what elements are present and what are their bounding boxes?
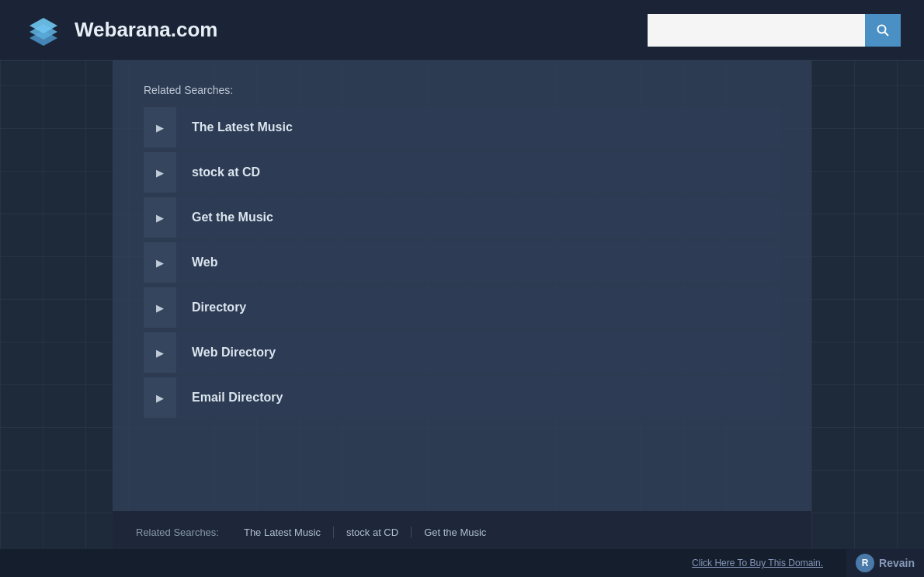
menu-arrow-latest-music [144, 107, 176, 148]
menu-label-latest-music: The Latest Music [176, 120, 293, 134]
menu-arrow-get-the-music [144, 197, 176, 238]
logo-area: Webarana.com [23, 10, 217, 50]
menu-item-get-the-music[interactable]: Get the Music [144, 197, 780, 238]
menu-label-get-the-music: Get the Music [176, 210, 273, 224]
menu-label-directory: Directory [176, 301, 246, 315]
revain-badge: R Revain [846, 549, 924, 577]
menu-list: The Latest Musicstock at CDGet the Music… [144, 107, 780, 418]
main-content: Related Searches: The Latest Musicstock … [113, 61, 811, 511]
menu-label-web: Web [176, 255, 217, 269]
menu-item-stock-at-cd[interactable]: stock at CD [144, 152, 780, 193]
menu-item-email-directory[interactable]: Email Directory [144, 377, 780, 418]
header: Webarana.com [0, 0, 924, 61]
menu-arrow-web-directory [144, 332, 176, 373]
menu-item-latest-music[interactable]: The Latest Music [144, 107, 780, 148]
menu-arrow-web [144, 242, 176, 283]
svg-line-4 [885, 32, 889, 36]
search-button[interactable] [865, 14, 901, 47]
menu-label-stock-at-cd: stock at CD [176, 165, 260, 179]
revain-text: Revain [879, 557, 915, 569]
footer-get-the-music[interactable]: Get the Music [412, 527, 498, 538]
menu-label-email-directory: Email Directory [176, 391, 283, 405]
search-area [648, 14, 901, 47]
footer-bar: Related Searches: The Latest Musicstock … [113, 511, 811, 554]
menu-arrow-directory [144, 287, 176, 328]
footer-links: The Latest Musicstock at CDGet the Music [231, 527, 498, 538]
menu-arrow-stock-at-cd [144, 152, 176, 193]
bottom-bar: Click Here To Buy This Domain. R Revain [0, 549, 924, 577]
menu-item-directory[interactable]: Directory [144, 287, 780, 328]
buy-domain-link[interactable]: Click Here To Buy This Domain. [692, 558, 823, 568]
menu-item-web-directory[interactable]: Web Directory [144, 332, 780, 373]
menu-item-web[interactable]: Web [144, 242, 780, 283]
logo-icon [23, 10, 64, 50]
footer-stock-at-cd[interactable]: stock at CD [334, 527, 412, 538]
svg-point-3 [878, 25, 886, 33]
menu-arrow-email-directory [144, 377, 176, 418]
footer-latest-music[interactable]: The Latest Music [231, 527, 334, 538]
footer-related-label: Related Searches: [136, 527, 219, 538]
revain-icon: R [856, 554, 874, 572]
site-title: Webarana.com [75, 18, 217, 42]
search-icon [876, 23, 890, 37]
menu-label-web-directory: Web Directory [176, 346, 276, 360]
related-searches-label: Related Searches: [144, 84, 780, 96]
search-input[interactable] [648, 14, 865, 47]
